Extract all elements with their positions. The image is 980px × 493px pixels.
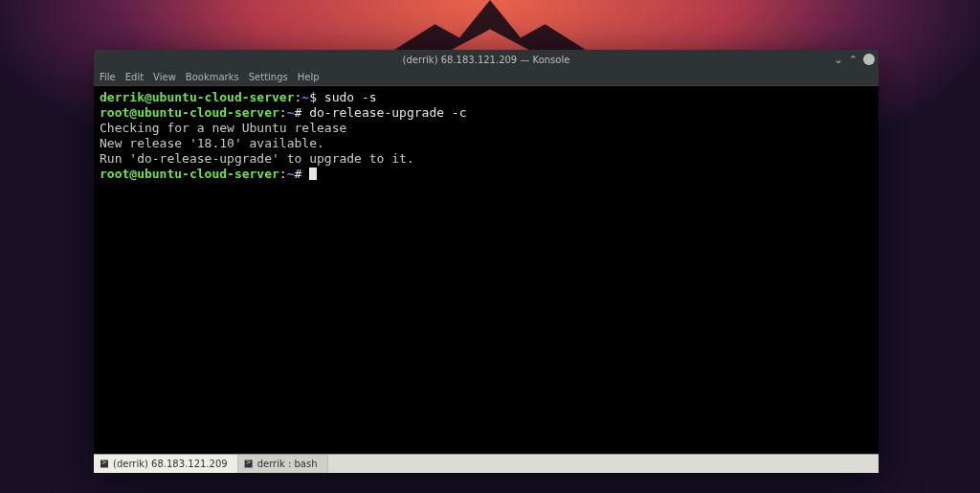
window-title: (derrik) 68.183.121.209 — Konsole bbox=[403, 55, 570, 65]
maximize-button[interactable]: ⌃ bbox=[849, 55, 858, 65]
tab-label: derrik : bash bbox=[257, 459, 318, 469]
tab-session-2[interactable]: derrik : bash bbox=[238, 455, 328, 473]
tab-bar: (derrik) 68.183.121.209 derrik : bash bbox=[94, 454, 879, 473]
terminal-line: derrik@ubuntu-cloud-server:~$ sudo -s bbox=[100, 90, 873, 105]
terminal-line: Run 'do-release-upgrade' to upgrade to i… bbox=[100, 151, 873, 167]
menu-edit[interactable]: Edit bbox=[125, 72, 144, 82]
minimize-button[interactable]: ⌄ bbox=[835, 55, 843, 65]
terminal-line: root@ubuntu-cloud-server:~# do-release-u… bbox=[100, 105, 873, 121]
terminal-icon bbox=[244, 459, 254, 469]
menu-view[interactable]: View bbox=[153, 72, 176, 82]
terminal-line: Checking for a new Ubuntu release bbox=[100, 121, 873, 136]
titlebar[interactable]: (derrik) 68.183.121.209 — Konsole ⌄ ⌃ × bbox=[94, 50, 879, 69]
menu-settings[interactable]: Settings bbox=[249, 72, 288, 82]
menu-help[interactable]: Help bbox=[298, 72, 320, 82]
menubar: File Edit View Bookmarks Settings Help bbox=[94, 69, 879, 86]
close-button[interactable]: × bbox=[863, 54, 875, 65]
terminal-line: New release '18.10' available. bbox=[100, 136, 873, 151]
terminal-icon bbox=[100, 459, 109, 469]
tab-session-1[interactable]: (derrik) 68.183.121.209 bbox=[94, 455, 238, 473]
terminal-area[interactable]: derrik@ubuntu-cloud-server:~$ sudo -sroo… bbox=[94, 86, 879, 454]
cursor bbox=[309, 168, 317, 180]
menu-file[interactable]: File bbox=[100, 72, 116, 82]
window-controls: ⌄ ⌃ × bbox=[835, 50, 875, 69]
terminal-line: root@ubuntu-cloud-server:~# bbox=[100, 167, 873, 182]
menu-bookmarks[interactable]: Bookmarks bbox=[186, 72, 239, 82]
tab-label: (derrik) 68.183.121.209 bbox=[113, 459, 228, 469]
konsole-window: (derrik) 68.183.121.209 — Konsole ⌄ ⌃ × … bbox=[94, 50, 879, 473]
